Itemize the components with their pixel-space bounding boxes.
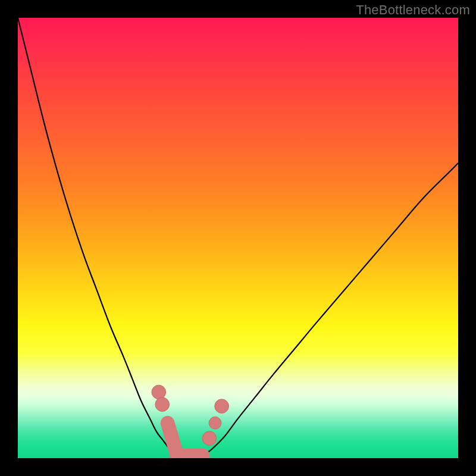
marker-capsule <box>168 423 177 453</box>
watermark-text: TheBottleneck.com <box>356 2 470 18</box>
marker-dot <box>155 397 170 412</box>
marker-layer <box>18 18 458 458</box>
marker-dot <box>209 416 221 429</box>
chart-frame: TheBottleneck.com <box>0 0 476 476</box>
marker-group <box>152 385 228 455</box>
marker-dot <box>152 385 166 399</box>
plot-area <box>18 18 458 458</box>
marker-dot <box>215 399 229 414</box>
marker-dot <box>202 431 217 446</box>
